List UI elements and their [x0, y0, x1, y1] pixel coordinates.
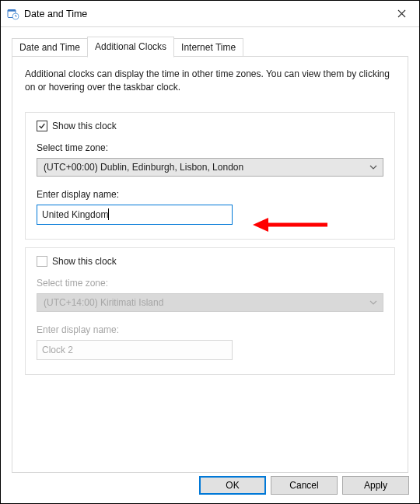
- text-caret: [108, 208, 109, 220]
- checkmark-icon: [38, 122, 46, 130]
- clock2-tz-label: Select time zone:: [37, 278, 383, 289]
- clock2-show-label: Show this clock: [52, 256, 117, 267]
- clock1-name-label: Enter display name:: [37, 189, 383, 200]
- chevron-down-icon: [369, 163, 378, 172]
- clock1-tz-value: (UTC+00:00) Dublin, Edinburgh, Lisbon, L…: [44, 162, 243, 173]
- tab-description: Additional clocks can display the time i…: [25, 68, 390, 95]
- window-title: Date and Time: [24, 9, 87, 19]
- chevron-down-icon: [369, 298, 378, 307]
- titlebar: Date and Time: [1, 1, 419, 27]
- tab-date-and-time[interactable]: Date and Time: [12, 38, 88, 57]
- tabpanel-additional-clocks: Additional clocks can display the time i…: [12, 56, 408, 473]
- clock2-show-checkbox[interactable]: [37, 256, 47, 267]
- clock2-tz-value: (UTC+14:00) Kiritimati Island: [44, 297, 163, 308]
- apply-button[interactable]: Apply: [342, 476, 409, 495]
- ok-button[interactable]: OK: [199, 476, 266, 495]
- clock2-group: Show this clock Select time zone: (UTC+1…: [25, 247, 395, 375]
- clock2-name-value: Clock 2: [42, 345, 73, 355]
- svg-rect-1: [8, 9, 16, 11]
- clock1-show-label: Show this clock: [52, 121, 117, 131]
- dialog-buttons: OK Cancel Apply: [199, 476, 409, 495]
- clock1-tz-select[interactable]: (UTC+00:00) Dublin, Edinburgh, Lisbon, L…: [37, 158, 383, 177]
- tabstrip: Date and Time Additional Clocks Internet…: [12, 37, 408, 57]
- clock2-tz-select: (UTC+14:00) Kiritimati Island: [37, 293, 383, 312]
- tab-additional-clocks[interactable]: Additional Clocks: [87, 37, 174, 58]
- clock1-group: Show this clock Select time zone: (UTC+0…: [25, 112, 395, 240]
- svg-marker-4: [253, 218, 268, 232]
- clock1-show-checkbox[interactable]: [37, 121, 47, 131]
- close-icon: [397, 9, 406, 18]
- clock1-tz-label: Select time zone:: [37, 142, 383, 153]
- arrow-annotation: [251, 214, 329, 236]
- clock1-name-value: United Kingdom: [42, 209, 108, 220]
- clock2-name-input: Clock 2: [37, 340, 233, 360]
- calendar-clock-icon: [7, 8, 19, 20]
- clock1-name-input[interactable]: United Kingdom: [37, 205, 233, 225]
- cancel-button[interactable]: Cancel: [271, 476, 338, 495]
- tab-internet-time[interactable]: Internet Time: [173, 38, 243, 57]
- close-button[interactable]: [383, 1, 419, 27]
- clock2-name-label: Enter display name:: [37, 324, 383, 335]
